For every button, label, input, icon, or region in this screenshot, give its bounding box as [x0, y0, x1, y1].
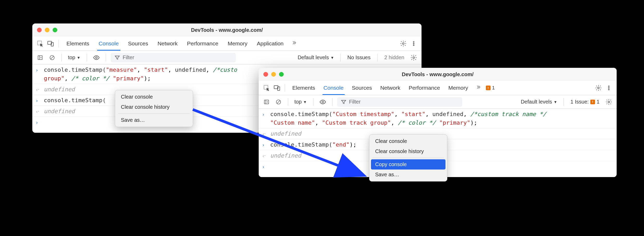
- window-title: DevTools - www.google.com/: [191, 27, 263, 33]
- filter-placeholder: Filter: [123, 55, 134, 60]
- tab-performance[interactable]: Performance: [405, 81, 444, 95]
- levels-selector[interactable]: Default levels ▼: [296, 53, 336, 62]
- svg-point-12: [413, 57, 415, 58]
- filter-input[interactable]: Filter: [337, 97, 462, 107]
- separator: [313, 98, 313, 106]
- hidden-label[interactable]: 2 hidden: [382, 55, 406, 60]
- inspect-icon[interactable]: [35, 39, 45, 48]
- issues-indicator[interactable]: No Issues: [345, 55, 373, 60]
- eye-icon[interactable]: [92, 53, 101, 62]
- arrow-left-icon: ‹·: [262, 151, 270, 160]
- separator: [58, 40, 59, 47]
- chevron-down-icon: ▼: [77, 56, 80, 60]
- device-toggle-icon[interactable]: [272, 83, 282, 93]
- issues-count: 1: [597, 99, 599, 105]
- chevron-down-icon: ▼: [330, 56, 334, 60]
- more-tabs-icon[interactable]: [473, 84, 483, 92]
- chevron-right-icon: ›: [262, 162, 270, 171]
- menu-save-as[interactable]: Save as…: [371, 170, 445, 180]
- kebab-menu-icon[interactable]: [409, 39, 418, 48]
- levels-selector[interactable]: Default levels ▼: [519, 98, 559, 106]
- traffic-lights: [37, 28, 57, 32]
- context-menu: Clear console Clear console history Copy…: [369, 134, 447, 181]
- settings-icon[interactable]: [604, 97, 614, 107]
- menu-clear-history[interactable]: Clear console history: [371, 146, 445, 156]
- arrow-left-icon: ‹·: [36, 107, 44, 116]
- svg-point-6: [413, 45, 414, 46]
- device-toggle-icon[interactable]: [46, 39, 55, 48]
- arrow-left-icon: ‹·: [36, 85, 44, 94]
- svg-point-16: [598, 87, 599, 89]
- chevron-down-icon: ▼: [303, 100, 307, 104]
- clear-console-icon[interactable]: [274, 97, 283, 107]
- titlebar: DevTools - www.google.com/: [32, 23, 422, 37]
- traffic-lights: [263, 72, 284, 77]
- warning-square-icon: !: [590, 100, 595, 104]
- separator: [285, 84, 285, 92]
- close-window-button[interactable]: [37, 28, 42, 32]
- minimize-window-button[interactable]: [271, 72, 276, 77]
- settings-icon[interactable]: [594, 83, 603, 93]
- context-selector[interactable]: top ▼: [66, 53, 82, 62]
- kebab-menu-icon[interactable]: [604, 83, 614, 93]
- console-toolbar: top ▼ Filter Default levels ▼ No Issues …: [32, 51, 422, 64]
- separator: [288, 98, 288, 106]
- filter-placeholder: Filter: [349, 99, 361, 105]
- tab-network[interactable]: Network: [153, 37, 182, 50]
- svg-line-10: [51, 56, 54, 59]
- more-tabs-icon[interactable]: [289, 40, 299, 47]
- chevron-right-icon: ›: [36, 118, 44, 126]
- clear-console-icon[interactable]: [47, 53, 57, 62]
- titlebar: DevTools - www.google.com/: [259, 68, 617, 81]
- context-label: top: [294, 99, 302, 105]
- settings-icon[interactable]: [399, 39, 408, 48]
- svg-point-5: [413, 43, 414, 44]
- minimize-window-button[interactable]: [45, 28, 49, 32]
- menu-copy-console[interactable]: Copy console: [371, 159, 445, 170]
- issues-indicator[interactable]: 1 Issue: ! 1: [568, 99, 602, 105]
- toolbar-issue-badge[interactable]: ! 1: [484, 85, 497, 91]
- tab-console[interactable]: Console: [94, 37, 123, 50]
- separator: [373, 158, 444, 158]
- console-input-row: › console.timeStamp("Custom timestamp", …: [259, 109, 617, 128]
- sidebar-toggle-icon[interactable]: [35, 53, 45, 62]
- menu-clear-history[interactable]: Clear console history: [117, 102, 191, 112]
- tab-elements[interactable]: Elements: [62, 37, 94, 50]
- tab-network[interactable]: Network: [376, 81, 405, 95]
- menu-save-as[interactable]: Save as…: [117, 115, 191, 125]
- svg-point-3: [402, 43, 404, 45]
- inspect-icon[interactable]: [262, 83, 271, 93]
- menu-clear-console[interactable]: Clear console: [117, 92, 191, 102]
- levels-label: Default levels: [298, 55, 329, 60]
- tab-console[interactable]: Console: [319, 81, 348, 95]
- separator: [377, 54, 377, 62]
- levels-label: Default levels: [521, 99, 552, 105]
- tab-memory[interactable]: Memory: [444, 81, 472, 95]
- eye-icon[interactable]: [318, 97, 327, 107]
- chevron-right-icon: ›: [36, 96, 44, 105]
- separator: [106, 54, 106, 62]
- close-window-button[interactable]: [263, 72, 268, 77]
- settings-icon[interactable]: [409, 53, 418, 62]
- tab-memory[interactable]: Memory: [223, 37, 252, 50]
- tab-sources[interactable]: Sources: [348, 81, 376, 95]
- tabs: Elements Console Sources Network Perform…: [288, 81, 472, 95]
- menu-clear-console[interactable]: Clear console: [371, 136, 445, 146]
- filter-input[interactable]: Filter: [111, 53, 236, 62]
- separator: [87, 54, 87, 62]
- context-label: top: [68, 55, 75, 60]
- tab-sources[interactable]: Sources: [123, 37, 153, 50]
- main-toolbar: Elements Console Sources Network Perform…: [32, 37, 422, 51]
- maximize-window-button[interactable]: [279, 72, 284, 77]
- tab-elements[interactable]: Elements: [288, 81, 319, 95]
- tabs: Elements Console Sources Network Perform…: [62, 37, 288, 50]
- svg-point-17: [608, 86, 609, 87]
- context-menu: Clear console Clear console history Save…: [115, 90, 193, 127]
- tab-performance[interactable]: Performance: [182, 37, 223, 50]
- sidebar-toggle-icon[interactable]: [262, 97, 271, 107]
- context-selector[interactable]: top ▼: [293, 98, 308, 106]
- maximize-window-button[interactable]: [53, 28, 57, 32]
- tab-application[interactable]: Application: [252, 37, 288, 50]
- svg-point-4: [413, 41, 414, 43]
- issues-label: No Issues: [347, 55, 370, 60]
